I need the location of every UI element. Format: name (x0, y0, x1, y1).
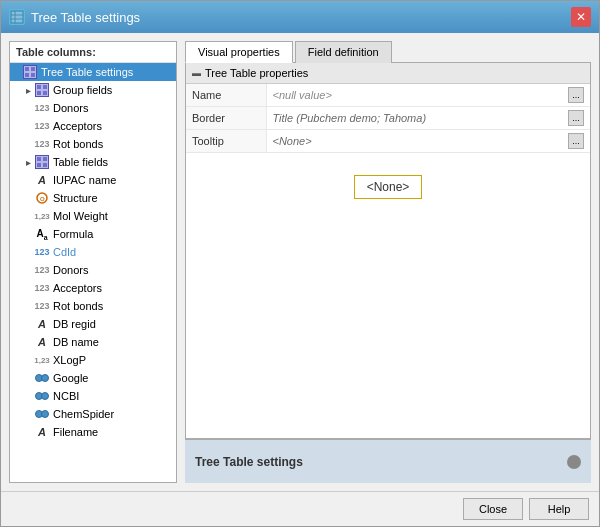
text-icon: A (34, 334, 50, 350)
tree-item-formula[interactable]: Aa Formula (10, 225, 176, 243)
numeric-icon: 123 (34, 118, 50, 134)
tree-label: Acceptors (53, 282, 102, 294)
window-title: Tree Table settings (31, 10, 140, 25)
tab-visual-properties[interactable]: Visual properties (185, 41, 293, 63)
tree-label: Donors (53, 102, 88, 114)
tree-label: Filename (53, 426, 98, 438)
prop-name: Tooltip (186, 130, 266, 153)
tree-item-cdid[interactable]: 123 CdId (10, 243, 176, 261)
tree-label: DB name (53, 336, 99, 348)
tree-label: Tree Table settings (41, 66, 133, 78)
close-window-button[interactable]: ✕ (571, 7, 591, 27)
tree-label: Formula (53, 228, 93, 240)
svg-text:O: O (40, 196, 45, 202)
tree-label: Donors (53, 264, 88, 276)
section-title: Tree Table properties (205, 67, 308, 79)
table-row: Tooltip <None> ... (186, 130, 590, 153)
tree-item-structure[interactable]: O Structure (10, 189, 176, 207)
formula-icon: Aa (34, 226, 50, 242)
tab-content: ▬ Tree Table properties Name <null value… (185, 63, 591, 439)
prop-value: Title (Pubchem demo; Tahoma) ... (266, 107, 590, 130)
tree-item-db-name[interactable]: A DB name (10, 333, 176, 351)
tree-item-ncbi[interactable]: NCBI (10, 387, 176, 405)
title-bar-left: Tree Table settings (9, 9, 140, 25)
left-panel: Table columns: Tree Table settings ▸ (9, 41, 177, 483)
link-icon (34, 388, 50, 404)
tree-item-donors2[interactable]: 123 Donors (10, 261, 176, 279)
link-icon (34, 406, 50, 422)
prop-edit-button[interactable]: ... (568, 87, 584, 103)
tree-label: IUPAC name (53, 174, 116, 186)
tree-item-rot-bonds2[interactable]: 123 Rot bonds (10, 297, 176, 315)
numeric-icon: 123 (34, 100, 50, 116)
tree-item-chemspider[interactable]: ChemSpider (10, 405, 176, 423)
tree-item-mol-weight[interactable]: 1,23 Mol Weight (10, 207, 176, 225)
bottom-bar: Tree Table settings (185, 439, 591, 483)
tree-label: Rot bonds (53, 300, 103, 312)
properties-table: Name <null value> ... Border (186, 84, 590, 153)
bottom-buttons-row: Close Help (1, 491, 599, 526)
none-container: <None> (186, 153, 590, 221)
tab-bar: Visual properties Field definition (185, 41, 591, 63)
tab-field-definition[interactable]: Field definition (295, 41, 392, 63)
prop-edit-button[interactable]: ... (568, 133, 584, 149)
right-panel: Visual properties Field definition ▬ Tre… (185, 41, 591, 483)
tree-label: Google (53, 372, 88, 384)
group-icon (34, 82, 50, 98)
tree-item-google[interactable]: Google (10, 369, 176, 387)
numeric-icon: 123 (34, 136, 50, 152)
numeric-icon: 1,23 (34, 352, 50, 368)
prop-name: Border (186, 107, 266, 130)
structure-icon: O (34, 190, 50, 206)
close-button[interactable]: Close (463, 498, 523, 520)
text-icon: A (34, 172, 50, 188)
numeric-icon: 123 (34, 244, 50, 260)
section-header: ▬ Tree Table properties (186, 63, 590, 84)
link-icon (34, 370, 50, 386)
table-icon (22, 64, 38, 80)
toggle-group-fields[interactable]: ▸ (22, 85, 34, 96)
table-row: Name <null value> ... (186, 84, 590, 107)
svg-rect-0 (11, 11, 23, 23)
tree-label: XLogP (53, 354, 86, 366)
cell-with-btn: Title (Pubchem demo; Tahoma) ... (273, 110, 585, 126)
tree-item-donors1[interactable]: 123 Donors (10, 99, 176, 117)
tree-item-group-fields[interactable]: ▸ Group fields (10, 81, 176, 99)
help-button[interactable]: Help (529, 498, 589, 520)
tree-item-rot-bonds1[interactable]: 123 Rot bonds (10, 135, 176, 153)
table-icon (34, 154, 50, 170)
text-icon: A (34, 316, 50, 332)
tree-label: Acceptors (53, 120, 102, 132)
tree-item-tree-table-settings[interactable]: Tree Table settings (10, 63, 176, 81)
status-indicator (567, 455, 581, 469)
tree-label: ChemSpider (53, 408, 114, 420)
tree-label: NCBI (53, 390, 79, 402)
prop-name: Name (186, 84, 266, 107)
prop-value-text: <None> (273, 135, 312, 147)
bottom-bar-title: Tree Table settings (195, 455, 303, 469)
tree-item-filename[interactable]: A Filename (10, 423, 176, 441)
app-icon (9, 9, 25, 25)
tree-label: DB regid (53, 318, 96, 330)
numeric-icon: 1,23 (34, 208, 50, 224)
prop-edit-button[interactable]: ... (568, 110, 584, 126)
main-window: Tree Table settings ✕ Table columns: Tre… (0, 0, 600, 527)
tree-item-xlogp[interactable]: 1,23 XLogP (10, 351, 176, 369)
numeric-icon: 123 (34, 262, 50, 278)
tree-label: Mol Weight (53, 210, 108, 222)
tree-label: Structure (53, 192, 98, 204)
prop-value-text: <null value> (273, 89, 332, 101)
tree-label: Group fields (53, 84, 112, 96)
cell-with-btn: <null value> ... (273, 87, 585, 103)
toggle-table-fields[interactable]: ▸ (22, 157, 34, 168)
tree-item-table-fields[interactable]: ▸ Table fields (10, 153, 176, 171)
tree-item-acceptors1[interactable]: 123 Acceptors (10, 117, 176, 135)
prop-value-text: Title (Pubchem demo; Tahoma) (273, 112, 427, 124)
tree-item-db-regid[interactable]: A DB regid (10, 315, 176, 333)
text-icon: A (34, 424, 50, 440)
collapse-icon[interactable]: ▬ (192, 68, 201, 78)
prop-value: <None> ... (266, 130, 590, 153)
content-area: Table columns: Tree Table settings ▸ (1, 33, 599, 491)
tree-item-iupac-name[interactable]: A IUPAC name (10, 171, 176, 189)
tree-item-acceptors2[interactable]: 123 Acceptors (10, 279, 176, 297)
